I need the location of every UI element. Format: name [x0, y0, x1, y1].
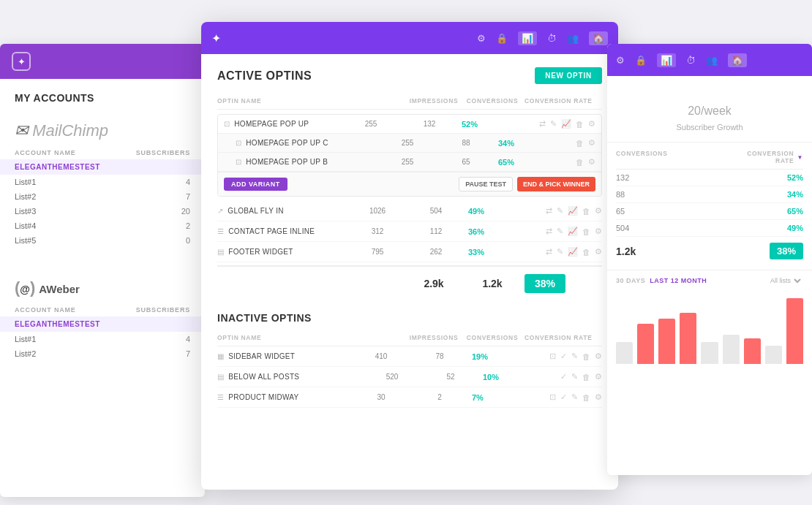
footer-widget-row[interactable]: ▤ FOOTER WIDGET 795 262 33% ⇄ ✎ 📈 🗑 ⚙ [217, 242, 602, 262]
gear-icon[interactable]: ⚙ [595, 352, 602, 361]
delete-icon[interactable]: 🗑 [582, 227, 590, 236]
stats-icon[interactable]: 📈 [568, 247, 578, 257]
mailchimp-account-name[interactable]: ELEGANTHEMESTEST [0, 159, 205, 175]
main-topbar-logo: ✦ [211, 31, 221, 45]
conversions-val: 2 [410, 393, 469, 401]
lock-icon-r[interactable]: 🔒 [635, 55, 647, 66]
share-icon[interactable]: ⇄ [546, 206, 552, 216]
gear-icon[interactable]: ⚙ [595, 227, 602, 236]
share-icon[interactable]: ⇄ [546, 247, 552, 257]
list-item[interactable]: List#2 7 [0, 189, 205, 204]
chart-bar [680, 313, 696, 364]
gear-icon[interactable]: ⚙ [595, 372, 602, 381]
gear-icon[interactable]: ⚙ [588, 157, 595, 167]
list-select[interactable]: All lists [767, 276, 803, 285]
sidebar-widget-row[interactable]: ▦ SIDEBAR WIDGET 410 78 19% ⊡ ✓ ✎ 🗑 ⚙ [217, 346, 602, 367]
delete-icon[interactable]: 🗑 [582, 207, 590, 216]
widget-icon: ▤ [217, 248, 224, 256]
global-flyin-row[interactable]: ↗ GLOBAL FLY IN 1026 504 49% ⇄ ✎ 📈 🗑 ⚙ [217, 201, 602, 221]
edit-icon[interactable]: ✎ [557, 206, 563, 216]
homepage-popup-row[interactable]: ⊡ HOMEPAGE POP UP 255 132 52% ⇄ ✎ 📈 🗑 ⚙ [218, 115, 601, 134]
conv-rate-val: 34% [495, 139, 576, 148]
gear-icon[interactable]: ⚙ [595, 206, 602, 216]
edit-icon[interactable]: ✎ [571, 392, 578, 402]
contact-inline-row[interactable]: ☰ CONTACT PAGE INLINE 312 112 36% ⇄ ✎ 📈 … [217, 221, 602, 242]
clock-icon[interactable]: ⏱ [547, 33, 557, 44]
delete-icon[interactable]: 🗑 [576, 139, 584, 148]
share-icon[interactable]: ⇄ [539, 119, 546, 129]
list-item[interactable]: List#5 0 [0, 233, 205, 248]
optin-name: HOMEPAGE POP UP [234, 120, 309, 128]
gear-icon[interactable]: ⚙ [595, 247, 602, 257]
edit-icon[interactable]: ✎ [557, 247, 563, 257]
bar-group [744, 338, 761, 364]
add-variant-button[interactable]: ADD VARIANT [224, 178, 287, 191]
row-actions: ⊡ ✓ ✎ 🗑 ⚙ [549, 392, 602, 402]
new-optin-button[interactable]: NEW OPTIN [535, 67, 602, 84]
home-icon[interactable]: 🏠 [589, 31, 608, 45]
delete-icon[interactable]: 🗑 [582, 393, 590, 402]
gear-icon[interactable]: ⚙ [588, 138, 595, 148]
list-item[interactable]: List#3 20 [0, 204, 205, 219]
product-midway-row[interactable]: ☰ PRODUCT MIDWAY 30 2 7% ⊡ ✓ ✎ 🗑 ⚙ [217, 387, 602, 408]
list-item[interactable]: List#4 2 [0, 219, 205, 233]
activate-icon[interactable]: ⊡ [549, 352, 556, 361]
right-topbar: ⚙ 🔒 📊 ⏱ 👥 🏠 [607, 44, 812, 76]
delete-icon[interactable]: 🗑 [576, 158, 584, 167]
active-totals-row: 2.9k 1.2k 38% [217, 265, 602, 300]
aweber-logo: (@) AWeber [0, 270, 205, 303]
chart-icon-r[interactable]: 📊 [657, 53, 676, 67]
conversions-header2: CONVERSIONS [463, 334, 522, 341]
edit-icon[interactable]: ✎ [571, 352, 578, 361]
list-item[interactable]: List#1 4 [0, 332, 205, 346]
homepage-popup-c-row[interactable]: ⊡ HOMEPAGE POP UP C 255 88 34% 🗑 ⚙ [218, 134, 601, 153]
period-30-days[interactable]: 30 DAYS [616, 277, 645, 284]
period-12-month[interactable]: LAST 12 MONTH [650, 277, 707, 284]
home-icon-r[interactable]: 🏠 [728, 53, 747, 67]
users-icon-r[interactable]: 👥 [706, 55, 718, 66]
settings-icon-r[interactable]: ⚙ [616, 55, 625, 66]
impressions-val: 255 [342, 120, 400, 128]
aweber-table: ACCOUNT NAME SUBSCRIBERS ELEGANTHEMESTES… [0, 303, 205, 361]
subscribers-label2: SUBSCRIBERS [132, 306, 190, 314]
delete-icon[interactable]: 🗑 [576, 120, 584, 129]
stats-row: 132 52% [616, 170, 803, 186]
check-icon[interactable]: ✓ [560, 392, 567, 402]
delete-icon[interactable]: 🗑 [582, 352, 590, 361]
homepage-popup-b-row[interactable]: ⊡ HOMEPAGE POP UP B 255 65 65% 🗑 ⚙ [218, 153, 601, 172]
list-item[interactable]: List#1 4 [0, 175, 205, 189]
lock-icon[interactable]: 🔒 [496, 33, 508, 44]
chart-icon[interactable]: 📊 [518, 31, 537, 45]
activate-icon[interactable]: ⊡ [549, 392, 556, 402]
delete-icon[interactable]: 🗑 [582, 373, 590, 381]
stats-icon[interactable]: 📈 [561, 119, 571, 129]
delete-icon[interactable]: 🗑 [582, 248, 590, 257]
edit-icon[interactable]: ✎ [550, 119, 557, 129]
edit-icon[interactable]: ✎ [557, 227, 563, 236]
check-icon[interactable]: ✓ [560, 352, 567, 361]
users-icon[interactable]: 👥 [567, 33, 579, 44]
gear-icon[interactable]: ⚙ [588, 119, 595, 129]
total-impressions: 2.9k [405, 278, 463, 289]
check-icon[interactable]: ✓ [560, 372, 567, 381]
clock-icon-r[interactable]: ⏱ [686, 55, 696, 66]
left-panel: ✦ MY ACCOUNTS ✉ MailChimp ACCOUNT NAME S… [0, 44, 205, 497]
settings-icon[interactable]: ⚙ [477, 33, 486, 44]
bar-group [680, 313, 696, 364]
stats-icon[interactable]: 📈 [568, 227, 578, 236]
edit-icon[interactable]: ✎ [571, 372, 578, 381]
stats-icon[interactable]: 📈 [568, 206, 578, 216]
row-actions: 🗑 ⚙ [576, 138, 595, 148]
ab-test-group: ⊡ HOMEPAGE POP UP 255 132 52% ⇄ ✎ 📈 🗑 ⚙ [217, 114, 602, 197]
below-all-posts-row[interactable]: ▤ BELOW ALL POSTS 520 52 10% ✓ ✎ 🗑 ⚙ [217, 367, 602, 387]
end-pick-button[interactable]: END & PICK WINNER [517, 177, 595, 191]
growth-period: /week [701, 105, 732, 117]
stats-row: 88 34% [616, 186, 803, 203]
sort-icon[interactable]: ▼ [797, 154, 803, 161]
gear-icon[interactable]: ⚙ [595, 392, 602, 402]
total-rate: 38% [522, 274, 602, 293]
aweber-account-name[interactable]: ELEGANTHEMESTEST [0, 316, 205, 332]
pause-test-button[interactable]: PAUSE TEST [459, 177, 513, 191]
share-icon[interactable]: ⇄ [546, 227, 552, 236]
list-item[interactable]: List#2 7 [0, 346, 205, 361]
